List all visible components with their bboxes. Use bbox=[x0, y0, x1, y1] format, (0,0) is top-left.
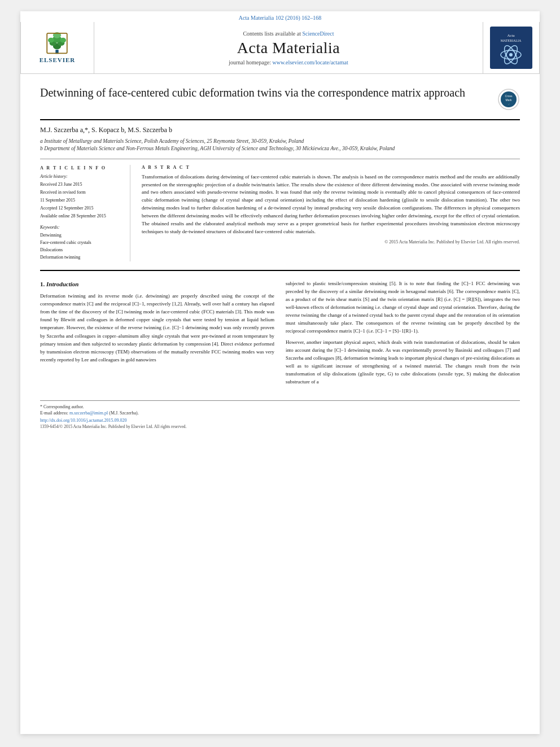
column-right: subjected to plastic tensile/compression… bbox=[286, 279, 520, 390]
accepted-date: Accepted 12 September 2015 bbox=[40, 205, 121, 212]
corresponding-author: * Corresponding author. bbox=[40, 404, 520, 409]
revised-label: Received in revised form bbox=[40, 189, 121, 196]
svg-point-6 bbox=[60, 38, 67, 43]
article-title-section: Detwinning of face-centered cubic deform… bbox=[40, 85, 520, 120]
elsevier-tree-icon bbox=[40, 32, 74, 55]
svg-text:Cross: Cross bbox=[505, 94, 513, 98]
email-link[interactable]: m.szczerba@imim.pl bbox=[69, 410, 108, 416]
keywords-label: Keywords: bbox=[40, 224, 121, 231]
article-info-title: A R T I C L E I N F O bbox=[40, 165, 121, 172]
keyword-1: Detwinning bbox=[40, 232, 121, 239]
affiliation-b: b Department of Materials Science and No… bbox=[40, 145, 520, 152]
affiliation-a: a Institute of Metallurgy and Materials … bbox=[40, 138, 520, 145]
intro-para-3: However, another important physical aspe… bbox=[286, 338, 520, 386]
elsevier-label: ELSEVIER bbox=[40, 56, 76, 63]
intro-para-1: Deformation twinning and its reverse mod… bbox=[40, 292, 274, 364]
revised-date: 11 September 2015 bbox=[40, 197, 121, 204]
email-line: E-mail address: m.szczerba@imim.pl (M.J.… bbox=[40, 410, 520, 416]
footnote-area: * Corresponding author. E-mail address: … bbox=[40, 400, 520, 429]
journal-header: ELSEVIER Contents lists available at Sci… bbox=[20, 22, 540, 74]
section-1-number: 1. Introduction bbox=[40, 279, 274, 290]
copyright-line: © 2015 Acta Materialia Inc. Published by… bbox=[142, 239, 520, 244]
keyword-2: Face-centered cubic crystals bbox=[40, 239, 121, 246]
svg-point-16 bbox=[509, 53, 513, 56]
svg-text:✓: ✓ bbox=[508, 103, 510, 106]
journal-title: Acta Materialia bbox=[237, 39, 340, 57]
journal-logo-area: Acta MATERIALIA bbox=[483, 22, 539, 73]
main-content: Detwinning of face-centered cubic deform… bbox=[20, 74, 540, 440]
two-column-layout: 1. Introduction Deformation twinning and… bbox=[40, 279, 520, 390]
journal-citation-text: Acta Materialia 102 (2016) 162–168 bbox=[239, 15, 322, 21]
authors-text: M.J. Szczerba a,*, S. Kopacz b, M.S. Szc… bbox=[40, 126, 172, 134]
journal-name-area: Contents lists available at ScienceDirec… bbox=[94, 22, 483, 73]
divider-1 bbox=[40, 159, 520, 159]
article-info-panel: A R T I C L E I N F O Article history: R… bbox=[40, 165, 130, 261]
crossmark-badge: Cross Mark ✓ bbox=[497, 88, 520, 111]
svg-text:MATERIALIA: MATERIALIA bbox=[501, 39, 522, 42]
homepage-line: journal homepage: www.elsevier.com/locat… bbox=[229, 59, 348, 65]
sciencedirect-link[interactable]: ScienceDirect bbox=[302, 30, 334, 37]
acta-materialia-logo-icon: Acta MATERIALIA bbox=[490, 27, 532, 69]
journal-citation: Acta Materialia 102 (2016) 162–168 bbox=[20, 11, 540, 22]
online-date: Available online 28 September 2015 bbox=[40, 213, 121, 220]
svg-text:Acta: Acta bbox=[507, 33, 515, 38]
history-label: Article history: bbox=[40, 173, 121, 180]
keyword-4: Deformation twinning bbox=[40, 254, 121, 261]
doi-link[interactable]: http://dx.doi.org/10.1016/j.actamat.2015… bbox=[40, 418, 126, 423]
contents-available-line: Contents lists available at ScienceDirec… bbox=[243, 30, 334, 37]
keywords-section: Keywords: Detwinning Face-centered cubic… bbox=[40, 224, 121, 261]
affiliations: a Institute of Metallurgy and Materials … bbox=[40, 138, 520, 153]
page: Acta Materialia 102 (2016) 162–168 bbox=[20, 11, 540, 734]
homepage-url[interactable]: www.elsevier.com/locate/actamat bbox=[272, 59, 348, 65]
body-content: 1. Introduction Deformation twinning and… bbox=[40, 270, 520, 390]
svg-point-5 bbox=[48, 38, 54, 43]
issn-line: 1359-6454/© 2015 Acta Materialia Inc. Pu… bbox=[40, 424, 520, 429]
abstract-section: A B S T R A C T Transformation of disloc… bbox=[142, 165, 520, 261]
abstract-text: Transformation of dislocations during de… bbox=[142, 173, 520, 237]
info-abstract-row: A R T I C L E I N F O Article history: R… bbox=[40, 165, 520, 261]
keyword-3: Dislocations bbox=[40, 247, 121, 254]
elsevier-logo-area: ELSEVIER bbox=[21, 22, 94, 73]
article-title: Detwinning of face-centered cubic deform… bbox=[40, 85, 489, 101]
doi-line: http://dx.doi.org/10.1016/j.actamat.2015… bbox=[40, 418, 520, 423]
section-1-heading: Introduction bbox=[46, 281, 78, 287]
column-left: 1. Introduction Deformation twinning and… bbox=[40, 279, 274, 390]
received-date: Received 23 June 2015 bbox=[40, 181, 121, 188]
intro-para-2: subjected to plastic tensile/compression… bbox=[286, 279, 520, 335]
svg-text:Mark: Mark bbox=[505, 98, 512, 102]
abstract-title: A B S T R A C T bbox=[142, 165, 520, 170]
authors-line: M.J. Szczerba a,*, S. Kopacz b, M.S. Szc… bbox=[40, 126, 520, 134]
